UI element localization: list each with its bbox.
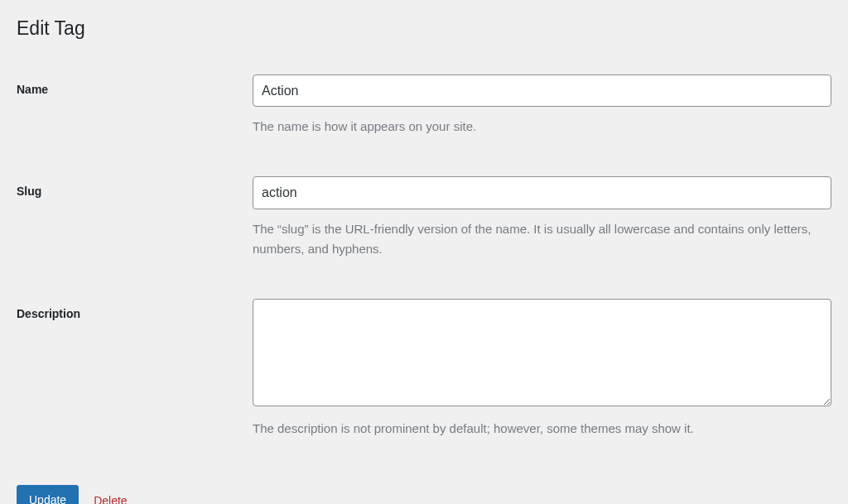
slug-input[interactable] <box>253 176 831 209</box>
name-field-wrap: The name is how it appears on your site. <box>253 74 831 137</box>
slug-description: The “slug” is the URL-friendly version o… <box>253 219 831 259</box>
slug-row: Slug The “slug” is the URL-friendly vers… <box>17 176 831 259</box>
update-button[interactable]: Update <box>17 485 79 504</box>
delete-link[interactable]: Delete <box>94 494 127 504</box>
edit-tag-form: Name The name is how it appears on your … <box>17 74 831 439</box>
page-title: Edit Tag <box>17 17 831 41</box>
description-label: Description <box>17 299 253 320</box>
slug-field-wrap: The “slug” is the URL-friendly version o… <box>253 176 831 259</box>
name-row: Name The name is how it appears on your … <box>17 74 831 137</box>
description-input[interactable] <box>253 299 831 406</box>
description-field-wrap: The description is not prominent by defa… <box>253 299 831 439</box>
name-description: The name is how it appears on your site. <box>253 117 831 137</box>
description-description: The description is not prominent by defa… <box>253 419 831 439</box>
description-row: Description The description is not promi… <box>17 299 831 439</box>
name-input[interactable] <box>253 74 831 108</box>
slug-label: Slug <box>17 176 253 198</box>
form-actions: Update Delete <box>17 485 831 504</box>
name-label: Name <box>17 74 253 96</box>
